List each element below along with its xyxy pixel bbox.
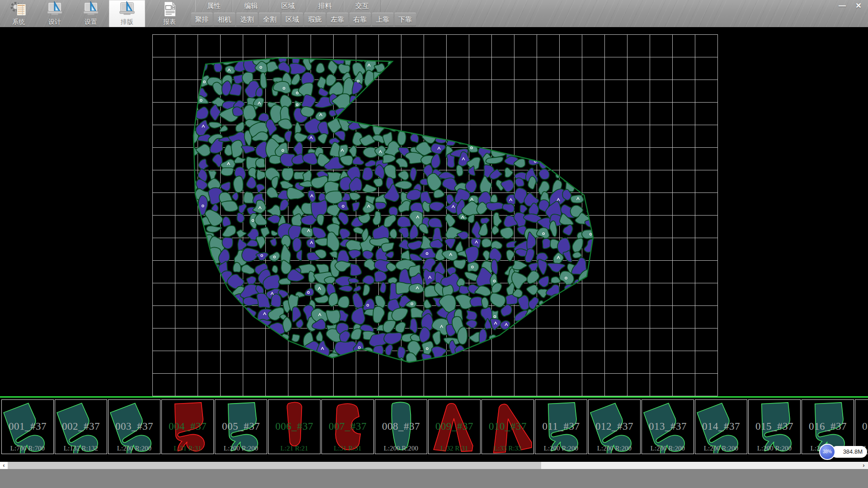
memory-pill: 384.8M [831,446,867,458]
tool-button-cut-all[interactable]: 全割 [259,13,280,26]
design-button[interactable]: 设计 [37,0,73,27]
part-thumbnail-002_#37[interactable]: 002_#37L:132 R:132 [55,399,107,454]
part-counts-label: L:200 R:200 [642,445,693,452]
menu-tab-edit[interactable]: 编辑 [232,0,269,12]
part-counts-label: L:31 R:31 [162,445,213,452]
part-thumbnail-004_#37[interactable]: 004_#37L:31 R:31 [161,399,214,454]
part-id-label: 017_#37 [855,421,868,432]
part-id-label: 013_#37 [642,421,693,432]
tool-button-camera[interactable]: 相机 [214,13,235,26]
part-thumbnail-013_#37[interactable]: 013_#37L:200 R:200 [642,399,694,454]
tool-button-select-cut[interactable]: 选割 [236,13,258,26]
part-counts-label: L:200 R:200 [749,445,800,452]
part-counts-label: L:200 R:200 [375,445,427,452]
top-toolbar: 系统设计设置排版报表 属性编辑区域排料交互 聚排相机选割全割区域瑕疵左靠右靠上靠… [0,0,868,27]
minimize-button[interactable]: — [835,1,849,11]
design-button-label: 设计 [48,18,61,26]
system-gear-icon [10,0,27,18]
part-id-label: 005_#37 [215,421,267,432]
nesting-button-label: 排版 [121,18,133,26]
part-counts-label: L:132 R:132 [55,445,107,452]
part-counts-label: L:200 R:200 [695,445,747,452]
settings-button[interactable]: 设置 [73,0,109,27]
main-toolbar-buttons: 系统设计设置排版报表 [0,0,188,27]
part-id-label: 016_#37 [802,421,854,432]
part-thumbnail-001_#37[interactable]: 001_#37L:700 R:700 [1,399,54,454]
menu-tab-nest[interactable]: 排料 [307,0,344,12]
tool-button-snap-right[interactable]: 右靠 [349,13,371,26]
part-counts-label: L:32 R:31 [429,445,480,452]
part-thumbnail-015_#37[interactable]: 015_#37L:200 R:200 [748,399,801,454]
part-id-label: 010_#37 [482,421,533,432]
part-thumbnail-014_#37[interactable]: 014_#37L:200 R:200 [695,399,747,454]
part-id-label: 011_#37 [535,421,587,432]
part-id-label: 009_#37 [429,421,480,432]
part-id-label: 001_#37 [2,421,53,432]
part-thumbnail-003_#37[interactable]: 003_#37L:200 R:200 [108,399,160,454]
menu-tab-properties[interactable]: 属性 [195,0,232,12]
part-thumbnail-007_#37[interactable]: 007_#37L:31 R:31 [321,399,374,454]
report-doc-icon [161,0,178,18]
part-counts-label: L:31 R:31 [322,445,373,452]
report-button-label: 报表 [163,18,176,26]
tool-button-region[interactable]: 区域 [282,13,303,26]
scroll-right-arrow-icon[interactable]: › [860,462,868,469]
status-bar [0,469,868,488]
design-ruler-icon [46,0,63,18]
part-thumbnail-005_#37[interactable]: 005_#37L:200 R:200 [215,399,267,454]
system-button-label: 系统 [12,18,25,26]
tool-button-snap-top[interactable]: 上靠 [372,13,393,26]
part-id-label: 014_#37 [695,421,747,432]
nesting-button[interactable]: 排版 [109,0,145,27]
settings-ruler-icon [82,0,99,18]
tool-button-snap-bottom[interactable]: 下靠 [395,13,416,26]
part-thumbnail-010_#37[interactable]: 010_#37L:33 R:33 [481,399,534,454]
horizontal-scrollbar[interactable]: ‹ › [0,462,868,469]
nesting-ruler-icon [118,0,136,18]
window-controls: — ✕ [835,0,865,12]
part-id-label: 015_#37 [749,421,800,432]
part-counts-label: L:33 R:33 [482,445,533,452]
part-counts-label: L:21 R:21 [269,445,320,452]
report-button[interactable]: 报表 [151,0,188,27]
part-id-label: 012_#37 [589,421,640,432]
status-badge: 384.8M 38% [819,444,867,460]
nesting-canvas[interactable] [0,27,868,396]
tool-button-row: 聚排相机选割全割区域瑕疵左靠右靠上靠下靠 [191,13,417,26]
part-id-label: 002_#37 [55,421,107,432]
progress-circle: 38% [819,444,835,460]
part-id-label: 007_#37 [322,421,373,432]
part-counts-label: L:700 R:700 [2,445,53,452]
part-id-label: 006_#37 [269,421,320,432]
menu-tab-interact[interactable]: 交互 [344,0,381,12]
part-thumbnail-011_#37[interactable]: 011_#37L:200 R:200 [535,399,587,454]
settings-button-label: 设置 [85,18,97,26]
scroll-left-arrow-icon[interactable]: ‹ [0,462,8,469]
part-counts-label: L:200 R:200 [215,445,267,452]
menu-tab-row: 属性编辑区域排料交互 [195,0,381,12]
menu-tab-region[interactable]: 区域 [269,0,307,12]
system-button[interactable]: 系统 [0,0,37,27]
tool-button-defect[interactable]: 瑕疵 [304,13,326,26]
part-thumbnail-012_#37[interactable]: 012_#37L:200 R:200 [588,399,641,454]
tool-button-snap-left[interactable]: 左靠 [327,13,348,26]
part-counts-label: L:200 R:200 [589,445,640,452]
scrollbar-thumb[interactable] [8,462,541,469]
close-button[interactable]: ✕ [852,1,865,11]
part-counts-label: L:200 R:200 [108,445,160,452]
tool-button-cluster-nest[interactable]: 聚排 [191,13,212,26]
part-id-label: 008_#37 [375,421,427,432]
part-thumbnail-008_#37[interactable]: 008_#37L:200 R:200 [375,399,427,454]
part-id-label: 004_#37 [162,421,213,432]
part-thumbnail-006_#37[interactable]: 006_#37L:21 R:21 [268,399,321,454]
parts-strip: 001_#37L:700 R:700002_#37L:132 R:132003_… [0,398,868,462]
part-counts-label: L:200 R:200 [535,445,587,452]
part-id-label: 003_#37 [108,421,160,432]
part-thumbnail-009_#37[interactable]: 009_#37L:32 R:31 [428,399,481,454]
